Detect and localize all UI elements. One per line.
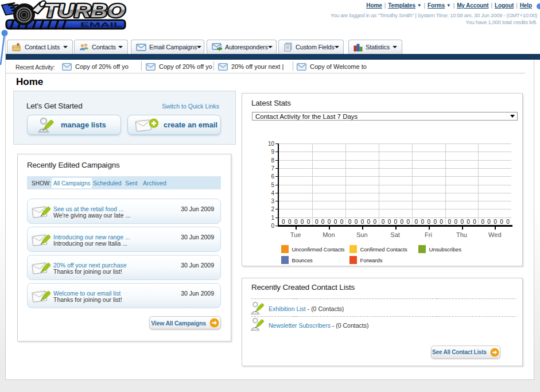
svg-text:EMAIL: EMAIL <box>80 21 122 28</box>
svg-text:TURBO: TURBO <box>44 0 125 21</box>
